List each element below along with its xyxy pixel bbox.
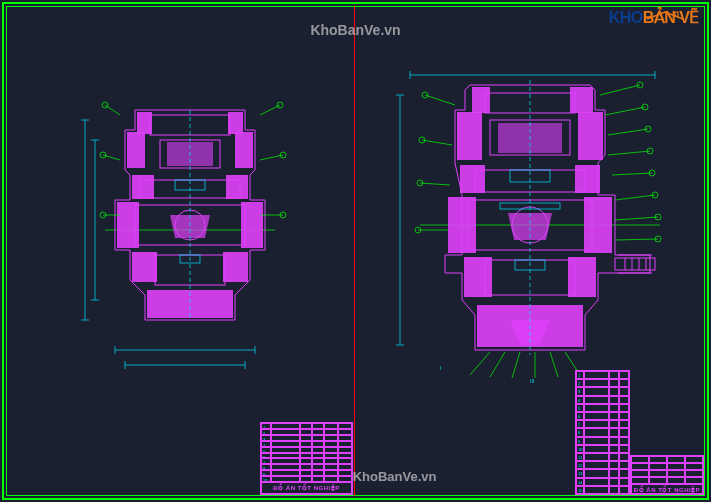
svg-rect-15 [223,252,248,282]
svg-rect-13 [241,202,263,248]
left-section-view [75,80,305,380]
svg-rect-38 [575,165,600,193]
svg-rect-9 [235,132,253,168]
svg-rect-8 [127,132,145,168]
svg-rect-35 [457,112,482,160]
svg-rect-11 [226,175,248,199]
right-section-view: I III [390,55,680,385]
svg-rect-6 [137,112,152,134]
tb-right-header: ĐỒ ÁN TỐT NGHIỆP [631,484,703,494]
svg-rect-41 [464,257,492,297]
svg-rect-32 [615,258,655,270]
watermark-top: KhoBanVe.vn [310,22,400,38]
sheet-divider [354,6,355,496]
titleblock-left: 1 2 3 4 5 6 7 8 9 10 ĐỒ ÁN TỐT NGHIỆP [260,422,353,495]
logo-text-1: KHO [609,9,643,26]
svg-rect-36 [578,112,603,160]
logo-roof-icon [645,10,685,20]
svg-rect-33 [472,87,490,113]
svg-rect-14 [132,252,157,282]
svg-rect-12 [117,202,139,248]
svg-rect-42 [568,257,596,297]
svg-rect-7 [228,112,243,134]
svg-rect-40 [584,197,612,253]
site-logo: KHOBẢN VẼ [609,8,699,27]
svg-rect-39 [448,197,476,253]
titleblock-right: ĐỒ ÁN TỐT NGHIỆP [630,455,704,495]
section-label-2: III [530,378,534,384]
partslist-right: 1 2 3 4 5 6 7 8 9 10 11 12 13 14 15 [575,370,630,495]
svg-rect-10 [132,175,154,199]
svg-rect-37 [460,165,485,193]
section-label-1: I [440,365,441,371]
tb-left-header: ĐỒ ÁN TỐT NGHIỆP [261,482,352,494]
svg-rect-34 [570,87,593,113]
